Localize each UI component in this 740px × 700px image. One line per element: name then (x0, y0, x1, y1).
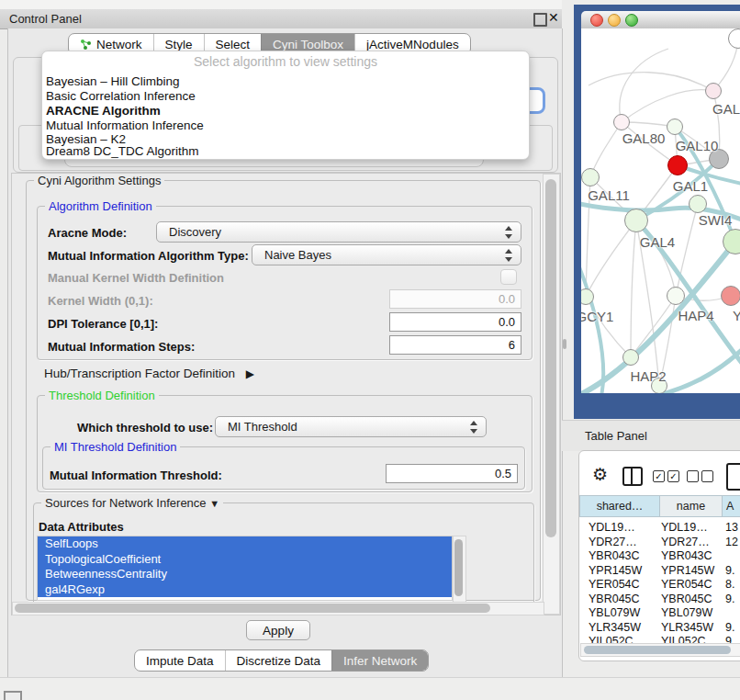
network-node-hap2[interactable] (622, 349, 639, 366)
table-row[interactable]: YBR045CYBR045C9. (579, 593, 740, 607)
network-node-gal7[interactable] (705, 83, 722, 99)
algorithm-option[interactable]: Bayesian – Hill Climbing (46, 74, 180, 88)
table-row[interactable]: YBL079WYBL079W (579, 606, 740, 621)
which-threshold-combo[interactable]: MI Threshold (215, 416, 487, 437)
network-window-titlebar[interactable] (581, 11, 740, 29)
unchecked-checkbox-icon[interactable] (687, 470, 699, 482)
mi-steps-label: Mutual Information Steps: (48, 340, 195, 354)
node-label: Y (733, 308, 740, 323)
table-row[interactable]: YBR043CYBR043C (579, 549, 740, 564)
node-label: GAL80 (622, 130, 666, 146)
algorithm-popup: Select algorithm to view settings Bayesi… (41, 51, 530, 160)
control-panel-titlebar: Control Panel (0, 9, 562, 29)
spinner-arrows-icon (469, 421, 477, 434)
node-label: GAL11 (588, 187, 630, 203)
tab-cyni-toolbox-label: Cyni Toolbox (273, 38, 343, 51)
cell-value: 9. (725, 621, 734, 634)
mi-steps-field[interactable]: 6 (389, 335, 521, 355)
settings-vscrollbar-thumb[interactable] (545, 179, 556, 537)
node-label: GAL1 (673, 178, 708, 194)
column-header-partial[interactable]: A (723, 495, 740, 517)
tab-discretize-data[interactable]: Discretize Data (225, 650, 332, 671)
cell-name: YLR345W (661, 621, 713, 634)
network-node-gal10[interactable] (667, 119, 683, 135)
tab-infer-network[interactable]: Infer Network (331, 650, 428, 671)
network-tab-icon (80, 39, 92, 51)
kernel-width-label: Kernel Width (0,1): (48, 294, 153, 308)
table-row[interactable]: YLR345WYLR345W9. (579, 621, 740, 636)
table-row[interactable]: YPR145WYPR145W9. (579, 564, 740, 579)
network-node-gal1[interactable] (667, 155, 688, 175)
columns-icon[interactable] (622, 467, 643, 486)
node-label: HAP2 (630, 368, 666, 384)
algorithm-option[interactable]: Mutual Information Inference (46, 119, 204, 132)
list-item[interactable]: gal4RGexp (38, 582, 452, 598)
node-label: GAL10 (676, 138, 719, 153)
hub-definition-expander[interactable]: Hub/Transcription Factor Definition ▶ (44, 367, 254, 380)
panel-splitter-handle[interactable] (563, 339, 566, 349)
network-node-gal80[interactable] (613, 114, 630, 130)
zoom-traffic-icon[interactable] (625, 14, 638, 27)
sources-group-title: Sources for Network Inference (45, 496, 207, 510)
settings-vertical-scrollbar[interactable] (543, 174, 560, 615)
kernel-width-field[interactable]: 0.0 (389, 289, 521, 309)
column-header-shared[interactable]: shared… (579, 495, 660, 517)
aracne-mode-label: Aracne Mode: (48, 226, 127, 240)
tab-impute-data[interactable]: Impute Data (135, 650, 225, 671)
checked-checkbox-icon[interactable]: ✓ (653, 470, 665, 482)
apply-button[interactable]: Apply (246, 620, 310, 640)
mi-type-value: Naive Bayes (264, 248, 331, 262)
table-row[interactable]: YDR27…YDR27…12 (579, 536, 740, 550)
collapsed-panel-icon[interactable] (4, 691, 22, 700)
settings-horizontal-scrollbar[interactable] (12, 602, 544, 615)
table-row[interactable]: YDL19…YDL19…13 (579, 521, 740, 536)
network-node-hap4[interactable] (667, 287, 685, 305)
network-canvas[interactable]: GAL80 GAL10 GAL1 GAL11 SWI4 GAL4 GCY1 HA… (581, 28, 740, 393)
tab-discretize-data-label: Discretize Data (237, 654, 321, 668)
settings-hscrollbar-thumb[interactable] (15, 604, 490, 613)
list-item[interactable]: TopologicalCoefficient (38, 552, 452, 568)
gear-icon[interactable]: ⚙ (592, 466, 608, 483)
manual-kernel-checkbox[interactable] (500, 269, 517, 285)
close-traffic-icon[interactable] (590, 14, 603, 27)
network-node-gal4[interactable] (624, 209, 648, 232)
list-scrollbar-thumb[interactable] (454, 539, 463, 596)
node-label: GCY1 (581, 309, 613, 324)
close-icon[interactable]: ✕ (548, 10, 559, 25)
network-node-gal11[interactable] (581, 168, 600, 186)
mi-type-combo[interactable]: Naive Bayes (252, 244, 521, 265)
minimize-traffic-icon[interactable] (608, 14, 621, 27)
list-item[interactable]: BetweennessCentrality (38, 567, 452, 582)
list-vertical-scrollbar[interactable] (453, 536, 466, 603)
sources-group-title-wrap[interactable]: Sources for Network Inference ▼ (41, 496, 223, 510)
algorithm-option[interactable]: Dream8 DC_TDC Algorithm (46, 144, 199, 158)
cell-name: YDL19… (661, 521, 708, 534)
aracne-mode-combo[interactable]: Discovery (156, 221, 521, 243)
dpi-tolerance-field[interactable]: 0.0 (389, 312, 521, 332)
table-horizontal-scrollbar[interactable] (580, 643, 740, 657)
mi-threshold-field[interactable]: 0.5 (386, 464, 518, 483)
algorithm-option-selected[interactable]: ARACNE Algorithm (46, 104, 161, 118)
document-icon[interactable] (726, 463, 740, 491)
table-row[interactable]: YER054CYER054C8. (579, 578, 740, 593)
mi-threshold-group-title: MI Threshold Definition (50, 440, 180, 454)
network-node-swi4[interactable] (689, 195, 707, 213)
cyni-bottom-tabbar: Impute Data Discretize Data Infer Networ… (134, 649, 429, 672)
column-header-name[interactable]: name (660, 495, 723, 517)
unchecked-checkbox-icon[interactable] (701, 470, 713, 482)
checked-checkbox-icon[interactable]: ✓ (667, 470, 679, 482)
algorithm-option[interactable]: Basic Correlation Inference (46, 89, 196, 103)
float-window-icon[interactable] (533, 13, 547, 27)
data-attributes-list: SelfLoops TopologicalCoefficient Between… (37, 536, 453, 601)
cell-shared: YBR045C (589, 593, 640, 605)
cell-value: 9. (725, 564, 734, 577)
cell-name: YBL079W (661, 606, 712, 619)
network-window: GAL80 GAL10 GAL1 GAL11 SWI4 GAL4 GCY1 HA… (574, 5, 740, 419)
which-threshold-value: MI Threshold (228, 420, 297, 434)
table-hscrollbar-thumb[interactable] (584, 646, 731, 654)
network-node-salmon[interactable] (721, 286, 740, 306)
cell-shared: YLR345W (589, 621, 641, 634)
cell-shared: YER054C (589, 578, 640, 591)
cell-value: 8. (725, 578, 734, 591)
list-item[interactable]: SelfLoops (38, 536, 452, 552)
